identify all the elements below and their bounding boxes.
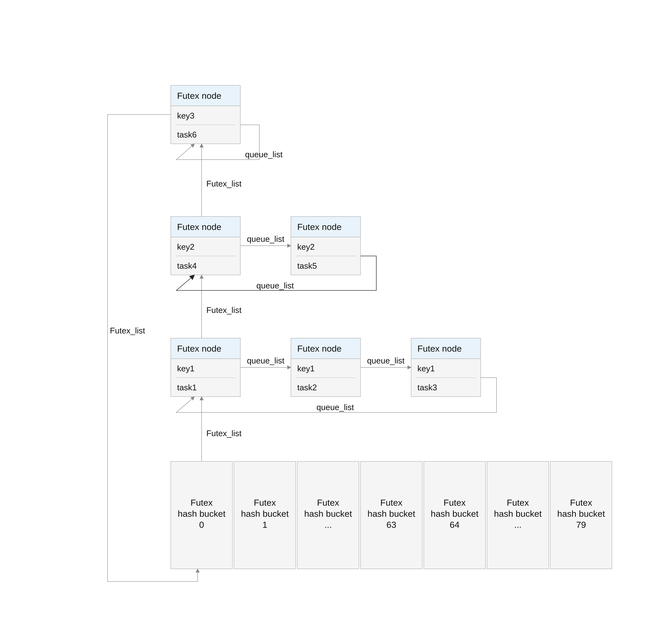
futex-diagram: Futex hash bucket 0 Futex hash bucket 1 … — [0, 0, 672, 621]
bucket-label-line1: Futex — [380, 498, 402, 507]
futex-node-r2c1: Futex node key2 task4 — [171, 216, 240, 275]
bucket-label-line1: Futex — [254, 498, 276, 507]
bucket-label-line1: Futex — [317, 498, 339, 507]
node-task: task2 — [297, 383, 317, 392]
node-title: Futex node — [177, 91, 221, 101]
futex-node-r1c1: Futex node key1 task1 — [171, 338, 240, 397]
node-title: Futex node — [297, 222, 342, 232]
hash-bucket-ellipsis-a: Futex hash bucket ... — [297, 461, 359, 569]
bucket-label-line2: hash bucket — [557, 509, 605, 519]
hash-bucket-64: Futex hash bucket 64 — [424, 461, 485, 569]
edge-label-futex-list: Futex_list — [206, 179, 242, 188]
node-key: key1 — [177, 364, 195, 373]
node-title: Futex node — [177, 343, 221, 354]
bucket-label-line2: hash bucket — [241, 509, 289, 519]
node-key: key2 — [297, 242, 315, 251]
bucket-label-line2: hash bucket — [178, 509, 226, 519]
node-key: key1 — [297, 364, 315, 373]
futex-node-r1c2: Futex node key1 task2 — [291, 338, 360, 397]
futex-node-r1c3: Futex node key1 task3 — [411, 338, 481, 397]
bucket-index: 63 — [387, 520, 396, 530]
edge-label-queue-list: queue_list — [256, 281, 294, 290]
bucket-index: ... — [324, 520, 332, 530]
hash-bucket-row: Futex hash bucket 0 Futex hash bucket 1 … — [171, 461, 612, 569]
node-task: task1 — [177, 383, 197, 392]
bucket-label-line2: hash bucket — [494, 509, 542, 519]
node-task: task6 — [177, 130, 197, 139]
hash-bucket-0: Futex hash bucket 0 — [171, 461, 232, 569]
edge-label-futex-list: Futex_list — [206, 305, 242, 315]
bucket-label-line1: Futex — [570, 498, 592, 507]
bucket-label-line1: Futex — [443, 498, 466, 507]
node-task: task5 — [297, 261, 317, 271]
futex-node-r2c2: Futex node key2 task5 — [291, 216, 360, 275]
bucket-label-line1: Futex — [507, 498, 529, 507]
hash-bucket-63: Futex hash bucket 63 — [360, 461, 422, 569]
edge-label-queue-list: queue_list — [245, 150, 283, 159]
bucket-label-line2: hash bucket — [431, 509, 478, 519]
bucket-index: 79 — [576, 520, 586, 530]
node-title: Futex node — [177, 222, 221, 232]
bucket-label-line2: hash bucket — [304, 509, 352, 519]
bucket-index: ... — [514, 520, 522, 530]
edge-label-futex-list: Futex_list — [110, 326, 145, 335]
edge-label-queue-list: queue_list — [316, 403, 354, 412]
node-title: Futex node — [418, 343, 462, 354]
node-task: task3 — [418, 383, 437, 392]
node-key: key1 — [418, 364, 435, 373]
node-key: key3 — [177, 111, 195, 120]
hash-bucket-ellipsis-b: Futex hash bucket ... — [487, 461, 549, 569]
bucket-label-line2: hash bucket — [367, 509, 415, 519]
futex-node-r3c1: Futex node key3 task6 — [171, 85, 240, 144]
node-key: key2 — [177, 242, 195, 251]
node-task: task4 — [177, 261, 197, 271]
edge-label-queue-list: queue_list — [247, 234, 284, 244]
bucket-label-line1: Futex — [191, 498, 213, 507]
bucket-index: 1 — [262, 520, 267, 530]
hash-bucket-1: Futex hash bucket 1 — [234, 461, 296, 569]
node-title: Futex node — [297, 343, 342, 354]
edge-label-queue-list: queue_list — [247, 356, 284, 365]
edge-label-futex-list: Futex_list — [206, 429, 242, 438]
edge-label-queue-list: queue_list — [367, 356, 405, 365]
hash-bucket-79: Futex hash bucket 79 — [550, 461, 612, 569]
bucket-index: 64 — [450, 520, 460, 530]
bucket-index: 0 — [199, 520, 204, 530]
